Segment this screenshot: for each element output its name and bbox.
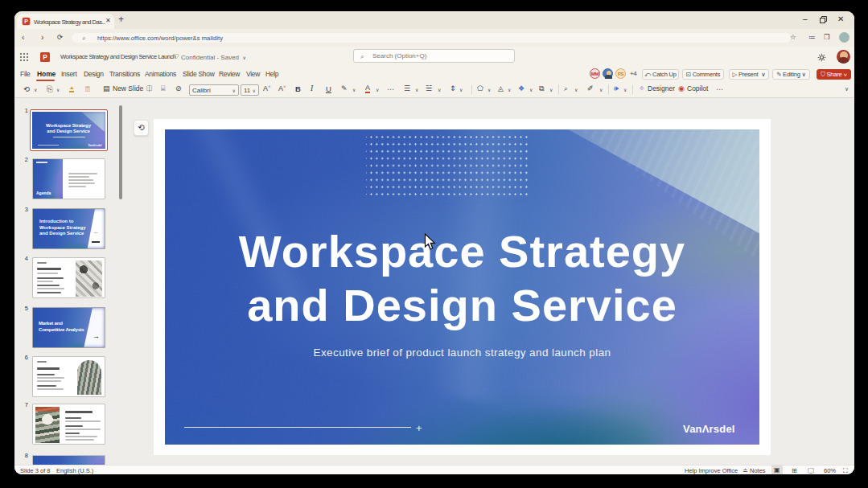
svg-text:P: P (43, 54, 47, 61)
svg-text:P: P (24, 18, 28, 24)
